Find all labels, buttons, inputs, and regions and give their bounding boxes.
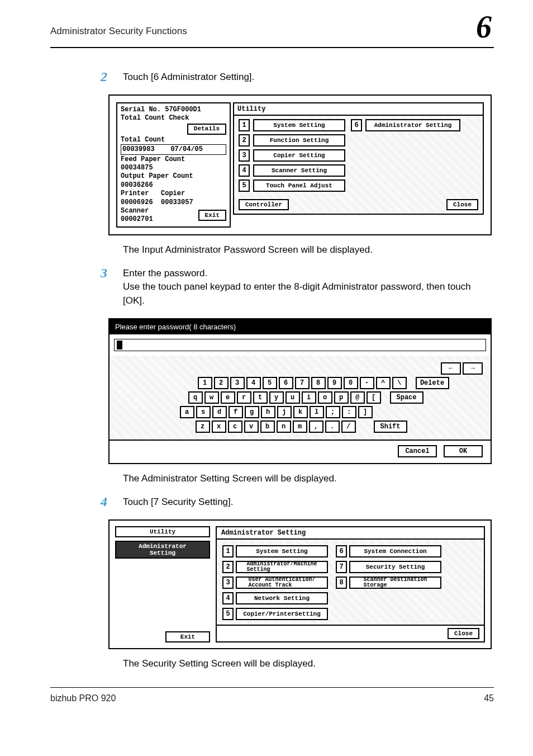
exit-button[interactable]: Exit xyxy=(198,210,226,221)
step-4-caption: The Security Setting Screen will be disp… xyxy=(123,658,494,669)
admin-item-1[interactable]: 1 System Setting xyxy=(222,545,328,557)
copier-printer-setting-button[interactable]: Copier/PrinterSetting xyxy=(236,608,328,620)
key-o[interactable]: o xyxy=(318,391,332,404)
menu-item-1[interactable]: 1 System Setting xyxy=(239,119,345,131)
user-auth-button[interactable]: User Authentication/ Account Track xyxy=(236,577,328,589)
key-lbracket[interactable]: [ xyxy=(367,391,381,404)
admin-close-button[interactable]: Close xyxy=(448,628,479,639)
key-4[interactable]: 4 xyxy=(246,377,261,389)
key-c[interactable]: c xyxy=(228,420,242,433)
key-m[interactable]: m xyxy=(293,420,307,433)
arrow-right-key[interactable]: → xyxy=(463,362,483,375)
scanner-dest-storage-button[interactable]: Scanner Destination Storage xyxy=(349,577,441,589)
key-p[interactable]: p xyxy=(334,391,349,404)
space-key[interactable]: Space xyxy=(390,391,423,404)
key-3[interactable]: 3 xyxy=(230,377,245,389)
key-a[interactable]: a xyxy=(180,406,194,418)
menu-item-4[interactable]: 4 Scanner Setting xyxy=(239,164,345,177)
details-button[interactable]: Details xyxy=(187,124,226,135)
key-b[interactable]: b xyxy=(260,420,275,433)
key-at[interactable]: @ xyxy=(350,391,365,404)
printer-copier-value: 00006926 00033057 xyxy=(121,199,226,206)
key-q[interactable]: q xyxy=(188,391,203,404)
key-z[interactable]: z xyxy=(196,420,210,433)
key-5[interactable]: 5 xyxy=(263,377,277,389)
menu-item-3[interactable]: 3 Copier Setting xyxy=(239,149,345,162)
key-i[interactable]: i xyxy=(302,391,316,404)
step-4: 4 Touch [7 Security Setting]. xyxy=(50,494,494,509)
key-rbracket[interactable]: ] xyxy=(358,406,373,418)
system-connection-button[interactable]: System Connection xyxy=(349,545,441,557)
key-t[interactable]: t xyxy=(253,391,268,404)
administrator-setting-button[interactable]: Administrator Setting xyxy=(365,119,460,131)
key-8[interactable]: 8 xyxy=(311,377,326,389)
key-e[interactable]: e xyxy=(221,391,235,404)
key-v[interactable]: v xyxy=(244,420,259,433)
admin-system-setting-button[interactable]: System Setting xyxy=(236,545,328,557)
admin-item-8[interactable]: 8 Scanner Destination Storage xyxy=(336,577,441,589)
delete-key[interactable]: Delete xyxy=(416,377,449,389)
admin-item-7[interactable]: 7 Security Setting xyxy=(336,561,441,573)
controller-button[interactable]: Controller xyxy=(239,199,289,210)
key-d[interactable]: d xyxy=(212,406,227,418)
admin-item-4[interactable]: 4 Network Setting xyxy=(222,592,328,604)
key-semicolon[interactable]: ; xyxy=(326,406,340,418)
key-6[interactable]: 6 xyxy=(279,377,293,389)
menu-item-2[interactable]: 2 Function Setting xyxy=(239,134,345,147)
arrow-left-key[interactable]: ← xyxy=(441,362,461,375)
key-9[interactable]: 9 xyxy=(327,377,342,389)
utility-breadcrumb-button[interactable]: Utility xyxy=(115,526,210,537)
key-l[interactable]: l xyxy=(310,406,324,418)
close-button[interactable]: Close xyxy=(446,199,478,210)
scanner-label: Scanner xyxy=(121,207,153,215)
menu-item-5[interactable]: 5 Touch Panel Adjust xyxy=(239,179,345,192)
key-s[interactable]: s xyxy=(196,406,211,418)
scanner-setting-button[interactable]: Scanner Setting xyxy=(253,164,345,177)
key-j[interactable]: j xyxy=(277,406,292,418)
key-caret[interactable]: ^ xyxy=(376,377,391,389)
admin-item-2[interactable]: 2 Administrator/Machine Setting xyxy=(222,561,328,573)
function-setting-button[interactable]: Function Setting xyxy=(253,134,345,147)
key-y[interactable]: y xyxy=(269,391,284,404)
key-k[interactable]: k xyxy=(293,406,308,418)
cancel-button[interactable]: Cancel xyxy=(398,445,437,457)
admin-item-5[interactable]: 5 Copier/PrinterSetting xyxy=(222,608,328,620)
key-w[interactable]: w xyxy=(204,391,219,404)
key-dash[interactable]: - xyxy=(360,377,374,389)
key-r[interactable]: r xyxy=(237,391,251,404)
key-backslash[interactable]: \ xyxy=(392,377,407,389)
menu-num: 1 xyxy=(222,545,234,557)
key-x[interactable]: x xyxy=(212,420,226,433)
password-input[interactable] xyxy=(114,339,486,351)
key-g[interactable]: g xyxy=(245,406,259,418)
security-setting-button[interactable]: Security Setting xyxy=(349,561,441,573)
copier-setting-button[interactable]: Copier Setting xyxy=(253,149,345,162)
admin-item-3[interactable]: 3 User Authentication/ Account Track xyxy=(222,577,328,589)
key-n[interactable]: n xyxy=(277,420,291,433)
network-setting-button[interactable]: Network Setting xyxy=(236,592,328,604)
key-slash[interactable]: / xyxy=(341,420,356,433)
total-count-check: Total Count Check xyxy=(121,114,226,122)
key-h[interactable]: h xyxy=(261,406,275,418)
total-count-value: 00039983 07/04/05 xyxy=(121,144,226,154)
ok-button[interactable]: OK xyxy=(444,445,483,457)
admin-item-6[interactable]: 6 System Connection xyxy=(336,545,441,557)
serial-number: Serial No. 57GF000D1 xyxy=(121,106,226,114)
admin-exit-button[interactable]: Exit xyxy=(165,631,210,642)
key-u[interactable]: u xyxy=(285,391,300,404)
key-comma[interactable]: , xyxy=(309,420,323,433)
key-period[interactable]: . xyxy=(325,420,340,433)
system-setting-button[interactable]: System Setting xyxy=(253,119,345,131)
key-7[interactable]: 7 xyxy=(295,377,310,389)
output-label: Output Paper Count xyxy=(121,172,226,180)
key-colon[interactable]: : xyxy=(342,406,356,418)
key-2[interactable]: 2 xyxy=(214,377,229,389)
key-1[interactable]: 1 xyxy=(198,377,212,389)
key-f[interactable]: f xyxy=(229,406,243,418)
admin-machine-setting-button[interactable]: Administrator/Machine Setting xyxy=(236,561,328,573)
shift-key[interactable]: Shift xyxy=(374,420,407,433)
touch-panel-adjust-button[interactable]: Touch Panel Adjust xyxy=(253,179,345,192)
key-0[interactable]: 0 xyxy=(344,377,358,389)
menu-item-6[interactable]: 6 Administrator Setting xyxy=(351,119,460,131)
step-number: 4 xyxy=(50,494,123,509)
